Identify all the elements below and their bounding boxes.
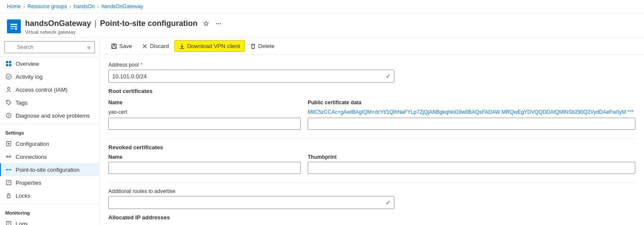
svg-marker-22 <box>10 168 12 170</box>
delete-button[interactable]: Delete <box>246 41 279 51</box>
properties-icon <box>5 179 12 186</box>
svg-point-10 <box>7 101 8 102</box>
root-data-input-wrapper <box>308 118 635 130</box>
more-options-icon[interactable]: ··· <box>214 18 223 29</box>
page-header-titles: handsOnGateway | Point-to-site configura… <box>25 18 637 35</box>
sidebar-search-container: 🔍 « <box>0 38 99 57</box>
toolbar: Save Discard Download VPN client Delete <box>100 38 644 55</box>
diagnose-icon <box>5 112 12 119</box>
revoked-name-col-header: Name <box>108 154 301 160</box>
tags-icon <box>5 99 12 106</box>
additional-routes-input[interactable] <box>108 196 394 209</box>
tags-label: Tags <box>16 100 27 106</box>
sidebar-item-diagnose[interactable]: Diagnose and solve problems <box>0 109 99 122</box>
address-pool-label: Address pool * <box>108 62 635 68</box>
sidebar-item-locks[interactable]: Locks <box>0 189 99 202</box>
sidebar-item-connections[interactable]: Connections <box>0 150 99 163</box>
allocated-ip-section: Allocated IP addresses <box>108 214 635 221</box>
svg-point-18 <box>10 156 11 158</box>
diagnose-label: Diagnose and solve problems <box>16 112 90 119</box>
root-cert-data-input[interactable] <box>308 118 635 130</box>
revoked-cert-name-input[interactable] <box>108 162 301 174</box>
locks-icon <box>5 192 12 199</box>
revoked-thumb-col-header: Thumbprint <box>308 154 635 160</box>
favorite-icon[interactable]: ☆ <box>201 18 211 29</box>
gateway-icon <box>7 19 21 33</box>
resource-type: Virtual network gateway <box>25 29 637 35</box>
breadcrumb-resource-groups[interactable]: Resource groups <box>27 3 67 10</box>
root-cert-name-input[interactable] <box>108 118 301 130</box>
search-input[interactable] <box>4 41 95 53</box>
svg-point-3 <box>15 28 17 30</box>
svg-rect-1 <box>10 26 17 27</box>
svg-point-9 <box>7 87 10 90</box>
sidebar-item-overview[interactable]: Overview <box>0 57 99 70</box>
sidebar-item-logs[interactable]: Logs <box>0 217 99 225</box>
collapse-sidebar-button[interactable]: « <box>87 44 91 51</box>
svg-rect-4 <box>6 61 8 63</box>
activity-icon <box>5 73 12 80</box>
sidebar-item-configuration[interactable]: Configuration <box>0 137 99 150</box>
sidebar-item-access-control[interactable]: Access control (IAM) <box>0 83 99 96</box>
sidebar-divider-2 <box>0 204 99 204</box>
access-control-label: Access control (IAM) <box>16 87 68 93</box>
sidebar-item-point-to-site[interactable]: Point-to-site configuration <box>0 163 99 176</box>
breadcrumb: Home › Resource groups › handsOn › hands… <box>0 0 644 13</box>
svg-point-20 <box>6 169 8 170</box>
root-data-col-header: Public certificate data <box>308 98 635 107</box>
allocated-ip-title: Allocated IP addresses <box>108 214 635 221</box>
sidebar-item-tags[interactable]: Tags <box>0 96 99 109</box>
sidebar-item-properties[interactable]: Properties <box>0 176 99 189</box>
svg-rect-6 <box>6 64 8 66</box>
download-vpn-button[interactable]: Download VPN client <box>174 40 245 52</box>
sidebar-item-activity-log[interactable]: Activity log <box>0 70 99 83</box>
discard-icon <box>142 43 148 49</box>
section-divider-2 <box>108 183 635 183</box>
address-pool-input[interactable] <box>108 70 394 83</box>
svg-point-17 <box>7 156 8 158</box>
svg-rect-26 <box>7 195 10 198</box>
root-cert-row: yao-cert MIlC5zCCAc+gAwIBAgIQM+dcYt/1Qlh… <box>108 109 635 115</box>
properties-label: Properties <box>16 180 41 186</box>
svg-rect-34 <box>113 44 115 45</box>
locks-label: Locks <box>16 193 30 199</box>
revoked-name-input-wrapper <box>108 162 301 174</box>
additional-routes-label: Additional routes to advertise <box>108 188 635 194</box>
svg-rect-5 <box>9 61 11 63</box>
download-icon <box>179 43 185 49</box>
overview-label: Overview <box>16 61 39 67</box>
gateway-svg <box>10 22 18 31</box>
p2s-icon <box>5 166 12 173</box>
monitoring-section-label: Monitoring <box>0 206 99 217</box>
breadcrumb-gateway[interactable]: handsOnGateway <box>101 3 143 10</box>
breadcrumb-home[interactable]: Home <box>7 3 21 10</box>
breadcrumb-handson[interactable]: handsOn <box>74 3 95 10</box>
svg-rect-40 <box>252 44 254 45</box>
revoked-cert-thumb-input[interactable] <box>308 162 635 174</box>
form-content: Address pool * ✓ Root certificates Name … <box>100 55 644 225</box>
save-button[interactable]: Save <box>107 41 137 51</box>
content-area: Save Discard Download VPN client Delete … <box>100 38 644 225</box>
delete-icon <box>250 43 256 49</box>
sidebar-divider-1 <box>0 124 99 124</box>
svg-rect-23 <box>7 180 11 185</box>
root-name-input-wrapper <box>108 118 301 130</box>
sidebar: 🔍 « Overview Activity log Access control… <box>0 38 100 225</box>
revoked-certs-section: Revoked certificates Name Thumbprint <box>108 144 635 174</box>
svg-rect-7 <box>9 64 11 66</box>
discard-button[interactable]: Discard <box>137 41 173 51</box>
root-certs-title: Root certificates <box>108 88 635 94</box>
address-pool-check-icon: ✓ <box>386 73 391 80</box>
section-divider-1 <box>108 138 635 139</box>
address-pool-field: Address pool * ✓ <box>108 62 635 83</box>
additional-routes-field: Additional routes to advertise ✓ <box>108 188 635 209</box>
page-title: handsOnGateway | Point-to-site configura… <box>25 18 637 29</box>
connections-icon <box>5 153 12 160</box>
revoked-certs-header: Name Thumbprint <box>108 154 635 160</box>
revoked-certs-title: Revoked certificates <box>108 144 635 151</box>
address-pool-input-wrapper: ✓ <box>108 70 394 83</box>
main-layout: 🔍 « Overview Activity log Access control… <box>0 38 644 225</box>
settings-section-label: Settings <box>0 126 99 137</box>
root-cert-inputs <box>108 118 635 130</box>
access-icon <box>5 86 12 93</box>
